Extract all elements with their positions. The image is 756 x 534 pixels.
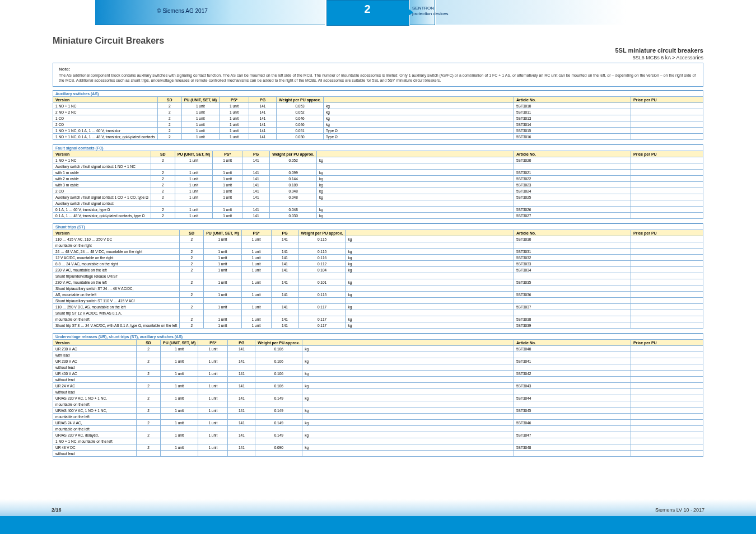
table-cell: 5ST3040 xyxy=(514,346,631,352)
table-row: 8.8 … 24 V AC, mountable on the right21 … xyxy=(53,261,703,267)
table-cell: 1 unit xyxy=(175,176,212,182)
col-header: PS* xyxy=(241,230,271,236)
col-header: Article No. xyxy=(514,151,631,157)
table-cell xyxy=(631,255,703,261)
col-header: Article No. xyxy=(514,97,631,103)
table-cell xyxy=(346,242,514,249)
table-cell: 1 unit xyxy=(204,249,241,255)
table-cell: 1 unit xyxy=(198,444,228,451)
table-cell: 2 xyxy=(137,395,161,401)
table-cell: 5ST3038 xyxy=(514,316,631,322)
chapter-number: 2 xyxy=(326,0,408,25)
table-cell: 1 NO + 1 NC xyxy=(53,103,158,109)
table-cell: Type Ω xyxy=(323,134,514,140)
footer-band: 2/16 Siemens LV 10 · 2017 xyxy=(0,499,756,534)
table-cell: with 2 m cable xyxy=(53,176,151,182)
table-cell: 2 xyxy=(137,383,161,389)
table-cell: 1 unit xyxy=(213,194,242,200)
table-cell: 0.099 xyxy=(270,170,317,176)
table-cell: without lead xyxy=(53,389,137,395)
table-row: with 3 m cable21 unit1 unit1410.189kg5ST… xyxy=(53,182,703,188)
table-cell xyxy=(631,194,703,200)
section-title: 5SL miniature circuit breakers xyxy=(53,47,703,54)
table-cell: 5ST3046 xyxy=(514,420,631,426)
table-cell: AS, mountable on the left xyxy=(53,292,180,298)
table-cell xyxy=(631,285,703,292)
table-cell xyxy=(631,267,703,273)
table-cell xyxy=(631,322,703,329)
table-cell xyxy=(631,273,703,279)
table-cell: 141 xyxy=(242,157,270,163)
table-cell xyxy=(137,377,161,383)
table-cell: Auxiliary switch / fault signal contact … xyxy=(53,163,151,170)
table-cell: 141 xyxy=(271,322,298,329)
col-header xyxy=(302,340,514,346)
table-cell: 1 unit xyxy=(241,267,271,273)
table-row: UR 400 V AC21 unit1 unit1410.106kg5ST304… xyxy=(53,371,703,377)
table-cell xyxy=(631,213,703,219)
table-cell: 0.115 xyxy=(298,249,346,255)
table-cell xyxy=(631,432,703,438)
table-cell: 5ST3031 xyxy=(514,249,631,255)
col-header: Article No. xyxy=(514,340,631,346)
table-cell xyxy=(271,285,298,292)
table-cell: 2 xyxy=(157,109,181,115)
table-cell: kg xyxy=(346,249,514,255)
table-cell xyxy=(631,414,703,420)
table-cell: 12 V AC/DC, mountable on the right xyxy=(53,255,180,261)
table-cell: 5ST3043 xyxy=(514,383,631,389)
table-row: mountable on the right xyxy=(53,242,703,249)
table-cell: 2 xyxy=(157,128,181,134)
table-row: 1 NO + 1 NC, mountable on the left xyxy=(53,438,703,444)
table-cell: 1 unit xyxy=(161,346,198,352)
table-cell: 0.030 xyxy=(270,213,317,219)
table-cell xyxy=(161,451,198,457)
table-cell: 1 unit xyxy=(241,255,271,261)
table-cell: kg xyxy=(317,157,514,163)
col-header: Weight per PU approx. xyxy=(298,230,346,236)
table-cell: kg xyxy=(317,188,514,194)
table-cell xyxy=(514,414,631,420)
spec-table: Fault signal contacts (FC)VersionSDPU (U… xyxy=(53,144,703,219)
table-cell: 2 xyxy=(180,236,204,242)
col-header: PU (UNIT, SET, M) xyxy=(175,151,212,157)
table-cell xyxy=(198,401,228,407)
header-gradient-left xyxy=(95,0,325,25)
table-cell xyxy=(302,401,514,407)
table-cell: 1 unit xyxy=(241,316,271,322)
table-cell xyxy=(255,389,302,395)
table-cell xyxy=(255,352,302,358)
table-cell: kg xyxy=(346,316,514,322)
table-cell: 2 xyxy=(151,188,175,194)
table-cell: 2 xyxy=(180,279,204,285)
table-cell: 141 xyxy=(242,194,270,200)
table-cell: Shunt trip/auxiliary switch ST 110 V … 4… xyxy=(53,298,180,304)
table-cell: 24 … 48 V AC, 24 … 48 V DC, mountable on… xyxy=(53,249,180,255)
table-cell: 2 xyxy=(157,115,181,121)
table-cell xyxy=(228,389,255,395)
table-cell xyxy=(198,426,228,432)
table-cell: 2 xyxy=(180,316,204,322)
table-cell: 2 xyxy=(180,304,204,310)
table-cell: 5ST3024 xyxy=(514,188,631,194)
table-cell xyxy=(241,273,271,279)
table-cell xyxy=(180,273,204,279)
breadcrumb-subtitle: 5SL6 MCBs 6 kA > Accessories xyxy=(53,55,703,60)
table-cell xyxy=(302,414,514,420)
table-cell: 141 xyxy=(271,316,298,322)
table-cell xyxy=(631,242,703,249)
table-cell: 8.8 … 24 V AC, mountable on the right xyxy=(53,261,180,267)
col-header xyxy=(323,97,514,103)
table-cell: 141 xyxy=(242,170,270,176)
col-header: SD xyxy=(151,151,175,157)
table-cell xyxy=(151,200,175,207)
table-cell: kg xyxy=(317,194,514,200)
table-cell: 1 unit xyxy=(181,109,219,115)
table-cell: 141 xyxy=(249,128,277,134)
table-cell: 141 xyxy=(249,115,277,121)
table-cell: kg xyxy=(323,109,514,115)
table-cell: 141 xyxy=(249,121,277,128)
table-cell: mountable on the left xyxy=(53,316,180,322)
table-cell: 5ST3010 xyxy=(514,103,631,109)
table-cell: 5ST3021 xyxy=(514,170,631,176)
